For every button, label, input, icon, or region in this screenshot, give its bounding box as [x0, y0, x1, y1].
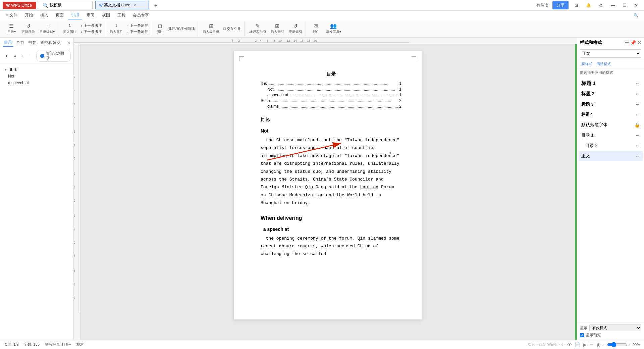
zoom-out-icon[interactable]: −: [603, 342, 606, 347]
show-preview-checkbox[interactable]: [580, 333, 584, 337]
outline-view-icon[interactable]: ☰: [589, 342, 594, 347]
watermark-text: 极速下载站 WEN小 小: [528, 342, 565, 347]
svg-text:16: 16: [74, 172, 75, 175]
template-tab[interactable]: 🔍 找模板: [39, 1, 93, 9]
svg-text:12: 12: [287, 39, 290, 42]
update-toc-button[interactable]: ↺ 更新目录: [19, 22, 37, 35]
menu-page[interactable]: 页面: [52, 11, 67, 19]
drag-handle[interactable]: ⠿: [388, 150, 391, 156]
view-doc-icon[interactable]: 📄: [575, 342, 580, 347]
close-btn[interactable]: ✕: [631, 2, 641, 9]
close-doc-tab[interactable]: ✕: [133, 3, 137, 8]
zoom-in-icon[interactable]: +: [629, 342, 631, 347]
style-default-font[interactable]: 默认落笔字体 🔒: [579, 120, 643, 130]
insert-endnote-button[interactable]: ¹ 插入尾注: [108, 22, 125, 35]
smart-identify-btn[interactable]: 🔵 智能识别目录: [36, 50, 71, 62]
toc-level-button[interactable]: ≡ 目录级别▾: [38, 22, 57, 35]
restore-btn[interactable]: ❐: [620, 2, 630, 9]
next-footnote-button[interactable]: ↓ 下一条脚注: [79, 29, 103, 35]
prev-endnote-button[interactable]: ↑ 上一条尾注: [126, 23, 150, 29]
styles-menu-icon[interactable]: ☰: [625, 40, 629, 45]
menu-start[interactable]: 开始: [21, 11, 36, 19]
wps-office-app-btn[interactable]: W WPS Office: [3, 2, 36, 9]
index-icon: ⊞: [275, 23, 279, 29]
style-heading1[interactable]: 标题 1 ↵: [579, 78, 643, 89]
style-body-text[interactable]: 正文 ↵: [579, 151, 643, 161]
tab-bookmarks[interactable]: 书签: [27, 39, 38, 46]
menu-view[interactable]: 视图: [99, 11, 113, 19]
menu-reference[interactable]: 引用: [68, 11, 83, 19]
mail-button[interactable]: ✉ 邮件: [309, 22, 323, 35]
insert-footnote-button[interactable]: ¹ 插入脚注: [61, 22, 78, 35]
move-up-btn[interactable]: ∧: [12, 53, 18, 59]
svg-text:4: 4: [74, 90, 75, 91]
style-toc1-enter: ↵: [636, 133, 640, 138]
outline-item-not[interactable]: Not: [1, 73, 72, 80]
styles-pin-icon[interactable]: 📌: [630, 40, 636, 45]
zoom-control: − + 90%: [603, 342, 640, 347]
next-endnote-button[interactable]: ↓ 下一条尾注: [126, 29, 150, 35]
mark-index-button[interactable]: ✎ 标记索引项: [247, 22, 268, 35]
toc-button[interactable]: ☰ 目录▾: [4, 22, 19, 35]
outline-item-speech[interactable]: a speech at: [1, 80, 72, 86]
new-tab-btn[interactable]: +: [152, 2, 160, 9]
spell-check-status[interactable]: 拼写检查: 打开▾: [45, 342, 71, 347]
collapse-all-btn[interactable]: ▼: [3, 53, 10, 58]
settings-icon[interactable]: ⚙: [596, 2, 606, 9]
tab-find-replace[interactable]: 查找和替换: [39, 39, 62, 46]
remove-item-btn[interactable]: −: [27, 53, 33, 58]
style-toc2[interactable]: 目录 2 ↵: [579, 141, 643, 151]
menu-search[interactable]: 🔍: [631, 12, 641, 18]
style-heading4[interactable]: 标题 4 ↵: [579, 110, 643, 119]
style-heading3-enter: ↵: [636, 102, 640, 107]
footnote-btn[interactable]: □ 脚注: [154, 22, 166, 35]
insert-table-toc-button[interactable]: ⊞ 插入表目录: [201, 22, 221, 35]
menu-tools[interactable]: 工具: [114, 11, 129, 19]
styles-display-row: 显示 有效样式: [580, 325, 641, 331]
svg-text:6: 6: [267, 39, 268, 42]
current-style-dropdown[interactable]: 正文 ▾: [580, 49, 641, 58]
prev-footnote-button[interactable]: ↑ 上一条脚注: [79, 23, 103, 29]
svg-text:8: 8: [273, 39, 275, 42]
style-toc1[interactable]: 目录 1 ↵: [579, 130, 643, 140]
outline-item-itis[interactable]: ▼ It is: [1, 66, 72, 73]
menu-review[interactable]: 审阅: [83, 11, 98, 19]
minimize-btn[interactable]: —: [607, 2, 618, 9]
menu-insert[interactable]: 插入: [37, 11, 52, 19]
clear-format-button[interactable]: 清除格式: [595, 61, 612, 67]
styles-display-select[interactable]: 有效样式: [589, 325, 641, 331]
share-button[interactable]: 分享: [552, 1, 569, 9]
insert-index-button[interactable]: ⊞ 插入索引: [269, 22, 286, 35]
menu-file[interactable]: ≡ 文件: [3, 11, 21, 19]
play-icon[interactable]: ▶: [583, 342, 587, 347]
endnote-toolbar-group: ¹ 插入尾注 ↑ 上一条尾注 ↓ 下一条尾注: [106, 21, 152, 36]
svg-text:24: 24: [74, 228, 75, 231]
new-style-button[interactable]: 新样式: [580, 61, 594, 67]
styles-select-area: 正文 ▾: [577, 48, 644, 59]
table-toc-icon: ⊞: [209, 23, 213, 29]
menu-vip[interactable]: 会员专享: [129, 11, 152, 19]
underline-qin2: Qin: [358, 236, 365, 241]
cross-ref-button[interactable]: □ 交叉引用: [222, 26, 243, 32]
zoom-slider[interactable]: [607, 342, 627, 347]
bell-icon[interactable]: 🔔: [583, 2, 594, 9]
doc-tab[interactable]: W 英文文档.docx ✕: [95, 1, 149, 9]
styles-display-label: 显示: [580, 326, 587, 331]
underline-qin: Qin: [305, 185, 313, 190]
outline-close-btn[interactable]: ✕: [67, 40, 71, 46]
note-sep-button[interactable]: 批注/尾注分隔线: [167, 26, 196, 32]
focus-view-icon[interactable]: ◉: [596, 342, 600, 347]
update-index-button[interactable]: ↺ 更新索引: [287, 22, 304, 35]
add-item-btn[interactable]: +: [20, 53, 26, 58]
view-print-icon[interactable]: 👁: [567, 342, 572, 347]
mail-tools-button[interactable]: 👥 群发工具▾: [324, 22, 343, 35]
svg-text:4: 4: [231, 39, 233, 42]
tab-chapters[interactable]: 章节: [15, 39, 25, 46]
style-heading2[interactable]: 标题 2 ↵: [579, 89, 643, 99]
expand-icon[interactable]: ⊡: [571, 2, 581, 9]
heading-when-delivering: When delivering: [261, 215, 401, 221]
tab-toc[interactable]: 目录: [3, 39, 13, 47]
styles-close-icon[interactable]: ✕: [637, 40, 641, 45]
style-heading3[interactable]: 标题 3 ↵: [579, 99, 643, 109]
doc-area[interactable]: 目录 It is ...............................…: [80, 44, 575, 340]
